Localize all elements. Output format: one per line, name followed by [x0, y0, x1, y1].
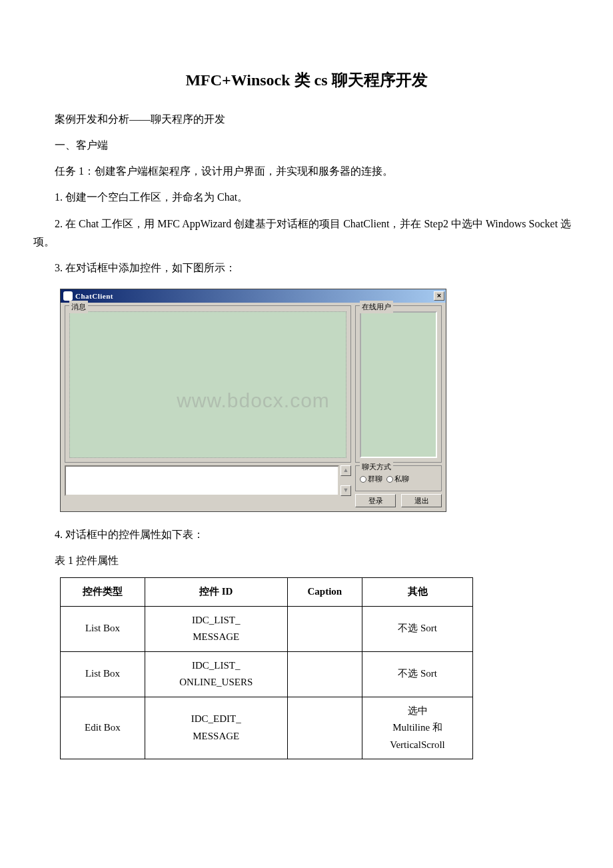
cell: 选中 Multiline 和 VerticalScroll [362, 697, 473, 759]
cell: List Box [61, 651, 145, 697]
paragraph: 2. 在 Chat 工作区，用 MFC AppWizard 创建基于对话框的项目… [33, 215, 580, 251]
paragraph: 任务 1：创建客户端框架程序，设计用户界面，并实现和服务器的连接。 [33, 162, 580, 180]
chatclient-dialog: ChatClient × 消息 ▲ ▼ 在线用户 聊天方式 [60, 289, 446, 512]
group-chat-mode: 聊天方式 群聊 私聊 [355, 465, 442, 491]
cell: IDC_EDIT_ MESSAGE [145, 697, 287, 759]
cell [287, 606, 362, 651]
th-caption: Caption [287, 578, 362, 607]
group-label: 消息 [69, 301, 88, 313]
paragraph: 1. 创建一个空白工作区，并命名为 Chat。 [33, 188, 580, 206]
radio-label: 私聊 [394, 475, 409, 483]
table-row: Edit Box IDC_EDIT_ MESSAGE 选中 Multiline … [61, 697, 473, 759]
group-label: 聊天方式 [360, 461, 393, 473]
radio-group-chat[interactable]: 群聊 [360, 473, 382, 485]
paragraph: 表 1 控件属性 [33, 551, 580, 569]
scroll-down-icon[interactable]: ▼ [340, 485, 351, 496]
cell: List Box [61, 606, 145, 651]
table-row: List Box IDC_LIST_ MESSAGE 不选 Sort [61, 606, 473, 651]
online-users-listbox[interactable] [360, 311, 437, 458]
paragraph: 3. 在对话框中添加控件，如下图所示： [33, 259, 580, 277]
cell: Edit Box [61, 697, 145, 759]
exit-button[interactable]: 退出 [401, 494, 442, 507]
page-title: MFC+Winsock 类 cs 聊天程序开发 [33, 67, 580, 94]
cell: IDC_LIST_ MESSAGE [145, 606, 287, 651]
group-messages: 消息 [65, 305, 351, 463]
login-button[interactable]: 登录 [355, 494, 396, 507]
cell: 不选 Sort [362, 606, 473, 651]
cell: 不选 Sort [362, 651, 473, 697]
group-online-users: 在线用户 [355, 305, 442, 463]
message-input[interactable] [65, 465, 339, 496]
message-listbox[interactable] [69, 311, 346, 458]
close-icon[interactable]: × [434, 291, 444, 301]
radio-label: 群聊 [368, 475, 382, 483]
table-row: List Box IDC_LIST_ ONLINE_USERS 不选 Sort [61, 651, 473, 697]
radio-private-chat[interactable]: 私聊 [386, 473, 409, 485]
th-id: 控件 ID [145, 578, 287, 607]
th-type: 控件类型 [61, 578, 145, 607]
cell [287, 697, 362, 759]
cell: IDC_LIST_ ONLINE_USERS [145, 651, 287, 697]
th-other: 其他 [362, 578, 473, 607]
paragraph: 案例开发和分析——聊天程序的开发 [33, 110, 580, 128]
cell [287, 651, 362, 697]
paragraph: 4. 对话框中的控件属性如下表： [33, 525, 580, 543]
group-label: 在线用户 [360, 301, 393, 313]
controls-table: 控件类型 控件 ID Caption 其他 List Box IDC_LIST_… [60, 577, 473, 759]
paragraph: 一、客户端 [33, 136, 580, 154]
app-icon [63, 291, 73, 301]
scroll-up-icon[interactable]: ▲ [340, 465, 351, 476]
